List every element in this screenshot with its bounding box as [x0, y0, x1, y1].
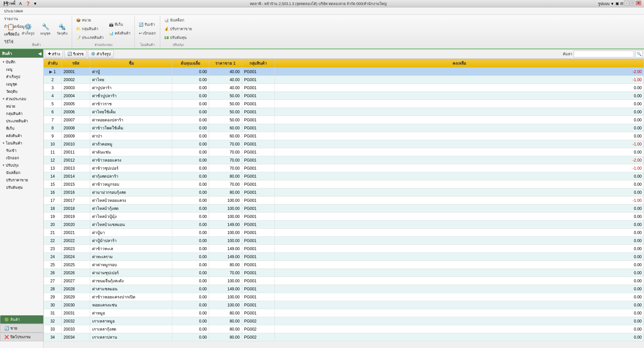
table-row[interactable]: 1520015ต่าข้าวหมูกรอบ0.0070.00PG0010.00 — [44, 180, 644, 188]
receive-btn[interactable]: 🔄 รับเข้า — [137, 20, 158, 28]
col-header-คงเหลือ[interactable]: คงเหลือ — [275, 59, 644, 68]
col-header-ลำดับ[interactable]: ลำดับ — [44, 59, 62, 68]
finish-btn[interactable]: ⚙️ สำเร็จรูป — [88, 50, 114, 58]
table-row[interactable]: 2520025ต่าต่าหมูกรอบ0.0080.00PG0010.00 — [44, 261, 644, 269]
create-btn[interactable]: ✚ สร้าง — [45, 50, 63, 58]
table-row[interactable]: 2720027ต่าขนมจีนกุ้งสะตัง0.00100.00PG001… — [44, 277, 644, 285]
table-row[interactable]: 820008ต่าข้าวโพดใช้เค็ม0.0060.00PG0010.0… — [44, 124, 644, 132]
sidebar-tree-item-เมนู[interactable]: เมนู — [1, 66, 43, 73]
table-row[interactable]: 1720017ต่าไหลบ้วหอยแครง0.00100.00PG001-1… — [44, 196, 644, 205]
menuset-btn[interactable]: 🔧 เมนูชุด — [38, 21, 53, 37]
close-btn[interactable]: ✕ — [636, 1, 641, 5]
table-row[interactable]: 620006ต่าไทยใช้เค็ม0.0050.00PG0010.00 — [44, 108, 644, 116]
window-title: หตลาพี - หล้าจ้าน 2,503.1.3 (จุดทดลองโต้… — [38, 1, 598, 7]
cell-remain: 0.00 — [275, 148, 644, 156]
cell-remain: -1.00 — [275, 76, 644, 84]
sidebar-tree-item-ปรับต้นทุน[interactable]: ปรับต้นทุน — [1, 184, 43, 191]
cell-code: 20031 — [61, 309, 90, 317]
cell-cost: 0.00 — [172, 108, 209, 116]
table-row[interactable]: 3020030หอยแครงแช่น0.00100.00PG0010.00 — [44, 301, 644, 309]
table-row[interactable]: 2020020ต่าไหลบ้วแซลมอน0.00149.00PG0010.0… — [44, 221, 644, 229]
sidebar-tree-item-วัตถุดิบ[interactable]: วัตถุดิบ — [1, 88, 43, 95]
sidebar-collapse-btn[interactable]: ◀ — [38, 51, 41, 56]
sidebar-tree-item-สำเร็จรูป[interactable]: สำเร็จรูป — [1, 73, 43, 80]
product-group-btn[interactable]: 📁 กลุ่มสินค้า — [74, 25, 106, 33]
minimize-btn[interactable]: − — [624, 1, 629, 5]
sidebar-tree-item-หน่วย[interactable]: หน่วย — [1, 103, 43, 110]
table-row[interactable]: 1820018ต่าไหลบ้ากุ้งสด0.00100.00PG0010.0… — [44, 205, 644, 213]
table-row[interactable]: 2220022ต่าปู้ม้าปลาร้า0.00100.00PG0010.0… — [44, 237, 644, 245]
withdraw-btn[interactable]: ↩ เบิกออก — [137, 29, 158, 37]
refresh-btn[interactable]: 🔄 รีเฟรช — [64, 50, 86, 58]
bottom-tab-ขาย[interactable]: 🔄ขาย — [0, 324, 44, 333]
adjust-price-btn[interactable]: 💰 ปรับราคาขาย — [162, 25, 194, 33]
sidebar-tree-item-ปรับปรุง[interactable]: ▼ ปรับปรุง — [1, 162, 43, 169]
table-row[interactable]: 2820028ต่าสาแซลมอน0.00149.00PG0010.00 — [44, 285, 644, 293]
table-row[interactable]: 1920019ต่าไหลบ้วปู้มุ้ง0.00100.00PG0010.… — [44, 213, 644, 221]
sidebar-tree-item-บันทึก[interactable]: ▼ บันทึก — [1, 58, 43, 66]
table-row[interactable]: 3220032เกาเหลาหมูอ0.0080.00PG0020.00 — [44, 317, 644, 325]
layout-btn[interactable]: รูปแบบ ▼ — [598, 1, 614, 7]
table-row[interactable]: 1120011ต่าต้นแช่น0.0070.00PG0010.00 — [44, 148, 644, 156]
warehouse-btn[interactable]: 📊 คลังสินค้า — [107, 29, 132, 37]
stock-count-btn[interactable]: 📊 นับสต็อก — [162, 16, 194, 24]
table-row[interactable]: 1220012ต่าข้าวหอยแครง0.0070.00PG001-2.00 — [44, 156, 644, 164]
sidebar-tree-item-ที่เก็บ[interactable]: ที่เก็บ — [1, 125, 43, 132]
storage-btn[interactable]: 🗃️ ที่เก็บ — [107, 20, 132, 28]
bottom-tab-ปิดโปรแกรม[interactable]: ❌ปิดโปรแกรม — [0, 333, 44, 341]
table-row[interactable]: ▶ 120001ต่าปู๋0.0040.00PG001-2.00 — [44, 68, 644, 76]
product-type-btn[interactable]: 📝 ประเภทสินค้า — [74, 34, 106, 42]
table-row[interactable]: 320003ต่าปูปลาร้า0.0040.00PG0010.00 — [44, 84, 644, 92]
cell-price: 100.00 — [209, 293, 242, 301]
dropdown-quick-btn[interactable]: ▼ — [32, 1, 38, 7]
table-row[interactable]: 2620026ต่าม่ามซุปเปอร์0.0070.00PG0010.00 — [44, 269, 644, 277]
search-btn[interactable]: 🔍 — [635, 50, 643, 58]
sidebar-tree-item-รับเข้า[interactable]: รับเข้า — [1, 147, 43, 154]
sidebar-tree-item-ส่วนประกอบ[interactable]: ▼ ส่วนประกอบ — [1, 95, 43, 103]
col-header-รหัส[interactable]: รหัส — [61, 59, 90, 68]
table-row[interactable]: 2420024ต่าทะเลราม0.00149.00PG0010.00 — [44, 253, 644, 261]
table-row[interactable]: 720007ต่าหอยดองปลาร้า0.0050.00PG0010.00 — [44, 116, 644, 124]
sidebar-tree-item-กลุ่มสินค้า[interactable]: กลุ่มสินค้า — [1, 110, 43, 117]
samleth-btn[interactable]: ⚙️ สำเร็จรูป — [19, 21, 37, 37]
bottom-tab-สินค้า[interactable]: 🟢สินค้า — [0, 315, 44, 324]
material-btn[interactable]: 🔩 วัตถุดิบ — [54, 21, 70, 37]
table-row[interactable]: 1420014ต่ากุ้งสดปลาร้า0.0080.00PG0010.00 — [44, 172, 644, 180]
col-header-ต้นทุนเฉลี่ย[interactable]: ต้นทุนเฉลี่ย — [172, 59, 209, 68]
unit-btn[interactable]: 📦 หน่วย — [74, 16, 106, 24]
table-row[interactable]: 220002ต่าไทย0.0040.00PG001-1.00 — [44, 76, 644, 84]
sidebar-tree-item-เบิกออก[interactable]: เบิกออก — [1, 154, 43, 162]
sidebar-tree-item-ปรับราคาขาย[interactable]: ปรับราคาขาย — [1, 176, 43, 184]
table-row[interactable]: 3120031ต่าหมูอ0.0080.00PG0010.00 — [44, 309, 644, 317]
table-row[interactable]: 3420034เกาเหลาปลาน0.0080.00PG0020.00 — [44, 333, 644, 341]
table-row[interactable]: 1620016ต่ามาม่ากรอบกุ้งสด0.0080.00PG0010… — [44, 188, 644, 196]
table-row[interactable]: 2320023ต่าข้าวทะเล0.00149.00PG0010.00 — [44, 245, 644, 253]
cell-price: 100.00 — [209, 301, 242, 309]
menu-btn[interactable]: 📋 เมนู — [3, 21, 18, 37]
sidebar-tree-item-คลังสินค้า[interactable]: คลังสินค้า — [1, 132, 43, 139]
sidebar-tree-item-โอนสินค้า[interactable]: ▼ โอนสินค้า — [1, 139, 43, 147]
sidebar-tree-item-ประเภทสินค้า[interactable]: ประเภทสินค้า — [1, 117, 43, 125]
table-row[interactable]: 920009ต่าป่า0.0060.00PG0010.00 — [44, 132, 644, 140]
data-table-wrapper[interactable]: ลำดับรหัสชื่อต้นทุนเฉลี่ยราคาขาย 1กลุ่มส… — [44, 59, 644, 348]
search-input[interactable] — [574, 51, 634, 57]
col-header-ชื่อ[interactable]: ชื่อ — [90, 59, 172, 68]
restore-btn[interactable]: □ — [630, 1, 635, 5]
adjust-cost-btn[interactable]: 💵 ปรับต้นทุน — [162, 34, 194, 42]
col-header-ราคาขาย 1[interactable]: ราคาขาย 1 — [209, 59, 242, 68]
layout-icon2[interactable]: ▣ — [616, 1, 619, 6]
layout-icon3[interactable]: ⊟ — [620, 1, 623, 6]
table-row[interactable]: 2120021ต่าปู้มา0.00100.00PG0010.00 — [44, 229, 644, 237]
sidebar-tree-item-เมนูชุด[interactable]: เมนูชุด — [1, 80, 43, 88]
ribbon-group-save-items: 📋 เมนู ⚙️ สำเร็จรูป 🔧 เมนูชุด 🔩 วัตถุดิบ — [3, 16, 70, 42]
sidebar-tree-item-นับสต็อก[interactable]: นับสต็อก — [1, 169, 43, 176]
table-row[interactable]: 420004ต่าซั่วปูปลาร้า0.0050.00PG0010.00 — [44, 92, 644, 100]
menu-item-ประมวลผล[interactable]: ประมวลผล — [1, 7, 30, 15]
menu-item-เจ้าหนี้[interactable]: เจ้าหนี้ — [1, 0, 30, 7]
table-row[interactable]: 3320033เกาเหลากุ้งสด0.0080.00PG0020.00 — [44, 325, 644, 333]
table-row[interactable]: 1020010ต่าถั่วคอหมู0.0070.00PG001-1.00 — [44, 140, 644, 148]
table-row[interactable]: 2920029ต่าข้าวหอยแครงปากเปิด0.00100.00PG… — [44, 293, 644, 301]
table-row[interactable]: 520005ต่าข้าวราช0.0050.00PG0010.00 — [44, 100, 644, 108]
table-row[interactable]: 1320013ต่าข้าวซุปเปอร์0.0070.00PG001-1.0… — [44, 164, 644, 172]
col-header-กลุ่มสินค้า[interactable]: กลุ่มสินค้า — [242, 59, 275, 68]
